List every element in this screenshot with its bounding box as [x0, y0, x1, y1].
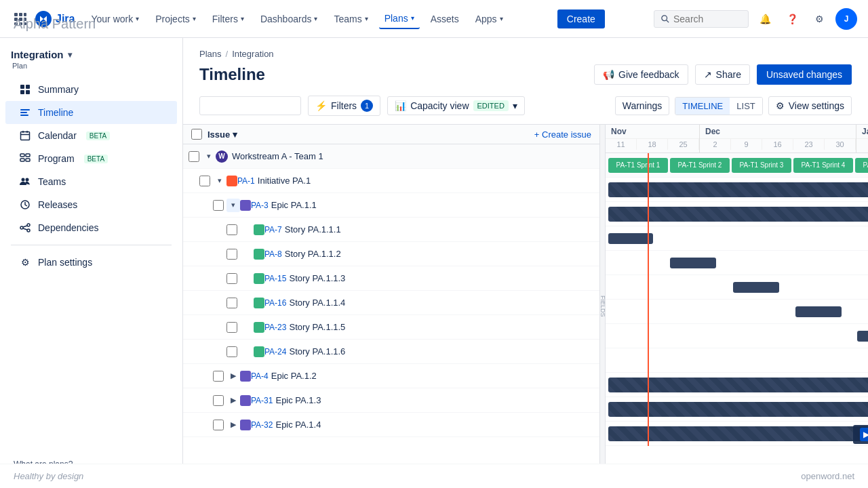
week-labels-nov: 11 18 25 [606, 139, 699, 150]
nav-filters[interactable]: Filters▾ [207, 9, 250, 28]
issue-key-link[interactable]: PA-7 [264, 225, 282, 235]
issue-key-link[interactable]: PA-1 [237, 176, 255, 186]
teams-icon [19, 176, 31, 188]
capacity-view-button[interactable]: 📊 Capacity view EDITED ▾ [387, 96, 525, 115]
row-checkbox[interactable] [213, 420, 224, 430]
fields-column[interactable]: FIELDS [600, 125, 606, 488]
sidebar-item-dependencies[interactable]: Dependencies [5, 216, 177, 239]
gantt-row-pa24 [606, 348, 868, 373]
gantt-row-pa32: ▶ 11/11/2024 – 02/04/2025 ℹ ⛶ [606, 422, 868, 446]
sidebar-item-summary[interactable]: Summary [5, 78, 177, 101]
issue-title: Workstream A - Team 1 [232, 151, 323, 161]
settings-icon[interactable]: ⚙ [808, 8, 830, 30]
avatar[interactable]: J [835, 8, 857, 30]
row-checkbox[interactable] [226, 273, 237, 284]
expand-icon[interactable]: ▶ [226, 369, 240, 383]
select-all-checkbox[interactable] [191, 129, 202, 140]
story-type-icon [254, 224, 264, 235]
sidebar-item-program-label: Program [38, 153, 75, 164]
story-bar-pa16 [795, 306, 842, 317]
timeline-view-toggle[interactable]: TIMELINE [675, 98, 730, 115]
issue-key-link[interactable]: PA-31 [251, 396, 273, 405]
create-button[interactable]: Create [557, 9, 605, 28]
nav-plans[interactable]: Plans▾ [379, 9, 420, 29]
sprint-bar-4: PA-T1 Sprint 4 [793, 158, 853, 173]
sidebar-item-releases[interactable]: Releases [5, 193, 177, 216]
issue-key-link[interactable]: PA-24 [264, 347, 286, 357]
expand-icon[interactable]: ▶ [226, 418, 240, 432]
view-toggle: TIMELINE LIST [675, 97, 762, 115]
list-view-toggle[interactable]: LIST [730, 98, 762, 115]
issue-key-link[interactable]: PA-32 [251, 420, 273, 430]
row-checkbox[interactable] [213, 371, 224, 382]
week-label: 2 [700, 139, 731, 150]
breadcrumb-integration: Integration [232, 49, 273, 59]
plan-settings-icon: ⚙ [19, 256, 31, 268]
nav-apps[interactable]: Apps▾ [470, 9, 509, 28]
table-row: ▾ PA-1 Initiative PA.1 [183, 169, 599, 193]
issue-key-link[interactable]: PA-3 [251, 201, 269, 210]
table-row: PA-15 Story PA.1.1.3 [183, 266, 599, 291]
warnings-button[interactable]: Warnings [615, 96, 670, 115]
filter-icon: ⚡ [315, 100, 327, 111]
view-settings-button[interactable]: ⚙ View settings [768, 96, 852, 115]
today-line [648, 153, 649, 446]
gantt-row-pa16 [606, 300, 868, 324]
row-checkbox[interactable] [226, 249, 237, 260]
timeline-search-wrap: 🔍 [199, 96, 301, 115]
issue-title: Initiative PA.1 [258, 176, 311, 186]
sidebar-item-plan-settings[interactable]: ⚙ Plan settings [5, 251, 177, 274]
notifications-icon[interactable]: 🔔 [754, 8, 776, 30]
row-checkbox[interactable] [213, 395, 224, 406]
issue-key-link[interactable]: PA-23 [264, 323, 286, 332]
sidebar-item-calendar[interactable]: Calendar BETA [5, 124, 177, 147]
nav-dashboards[interactable]: Dashboards▾ [255, 9, 323, 28]
share-button[interactable]: ↗ Share [695, 64, 750, 85]
issue-column-header[interactable]: Issue ▾ [208, 129, 237, 140]
filters-button[interactable]: ⚡ Filters 1 [308, 96, 380, 116]
sidebar-item-teams[interactable]: Teams [5, 170, 177, 193]
give-feedback-button[interactable]: 📢 Give feedback [594, 64, 688, 85]
expand-icon[interactable]: ▾ [226, 199, 240, 212]
toolbar: 🔍 ⚡ Filters 1 📊 Capacity view EDITED ▾ W… [183, 96, 868, 124]
plan-name[interactable]: Integration ▾ [11, 49, 172, 60]
story-bar-pa23 [857, 331, 868, 342]
row-checkbox[interactable] [226, 322, 237, 333]
row-checkbox[interactable] [226, 346, 237, 357]
timeline-search-input[interactable] [199, 96, 301, 115]
create-issue-button[interactable]: + Create issue [534, 129, 591, 140]
sidebar-item-teams-label: Teams [38, 176, 66, 187]
table-row: ▾ PA-3 Epic PA.1.1 [183, 193, 599, 218]
sidebar-item-dependencies-label: Dependencies [38, 222, 99, 233]
expand-icon[interactable]: ▶ [226, 394, 240, 407]
epic-type-icon [240, 395, 251, 406]
expand-icon[interactable]: ▾ [202, 150, 216, 163]
tooltip-nav-button[interactable]: ▶ [860, 428, 868, 441]
sidebar-item-program[interactable]: Program BETA [5, 147, 177, 170]
issue-key-link[interactable]: PA-16 [264, 298, 286, 308]
row-checkbox[interactable] [226, 224, 237, 235]
issue-key-link[interactable]: PA-4 [251, 371, 269, 381]
nav-teams[interactable]: Teams▾ [328, 9, 373, 28]
row-checkbox[interactable] [213, 200, 224, 211]
breadcrumb-plans[interactable]: Plans [199, 49, 222, 59]
row-checkbox[interactable] [189, 151, 199, 162]
week-label: 23 [793, 139, 825, 150]
sidebar-item-summary-label: Summary [38, 84, 79, 95]
help-icon[interactable]: ❓ [781, 8, 803, 30]
issue-key-link[interactable]: PA-8 [264, 249, 282, 259]
table-row: ▶ PA-4 Epic PA.1.2 [183, 364, 599, 388]
expand-icon[interactable]: ▾ [213, 174, 226, 188]
search-input[interactable] [673, 14, 741, 24]
row-checkbox[interactable] [199, 176, 210, 186]
issue-key-link[interactable]: PA-15 [264, 274, 286, 283]
nav-projects[interactable]: Projects▾ [150, 9, 201, 28]
unsaved-changes-button[interactable]: Unsaved changes [757, 64, 852, 85]
row-checkbox[interactable] [226, 298, 237, 308]
month-jan-label: Jan '25 [856, 125, 868, 139]
search-box[interactable] [654, 10, 749, 28]
sidebar-item-timeline[interactable]: Timeline [5, 101, 177, 124]
footer-left-text: Healthy by design [14, 471, 83, 481]
story-type-icon [254, 249, 264, 260]
nav-assets[interactable]: Assets [425, 9, 465, 28]
